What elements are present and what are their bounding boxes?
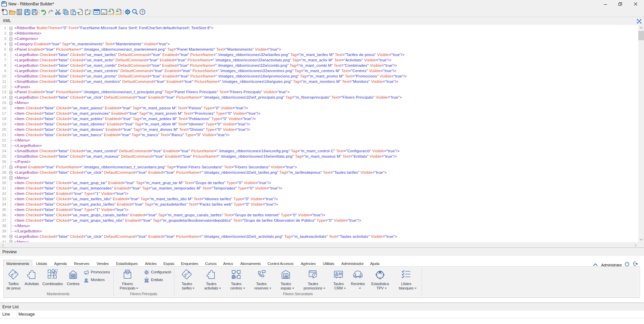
svg-text:JSON: JSON	[108, 13, 114, 15]
svg-text:?: ?	[141, 10, 144, 14]
svg-text:</>: </>	[95, 11, 99, 14]
svg-text:JSON: JSON	[115, 13, 122, 15]
